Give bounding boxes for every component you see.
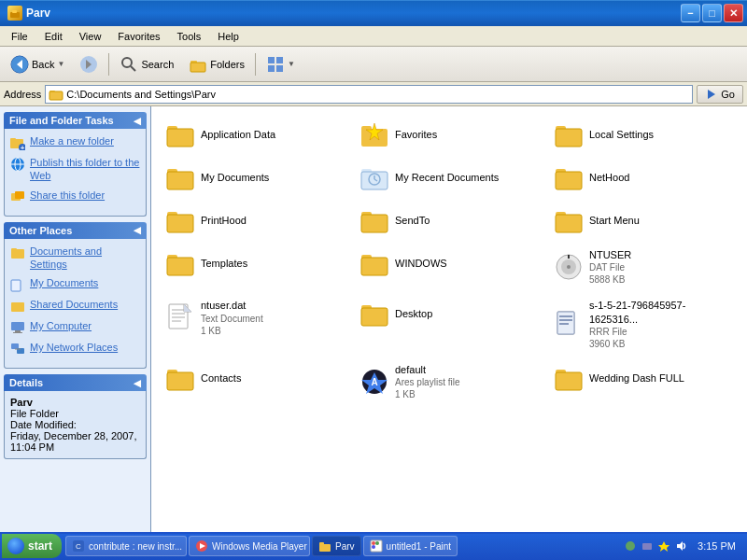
menu-view[interactable]: View [72, 29, 109, 44]
views-button[interactable]: ▼ [260, 50, 302, 78]
file-item[interactable]: PrintHood [161, 202, 349, 239]
contribute-icon: C [72, 539, 85, 553]
share-link[interactable]: Share this folder [10, 189, 140, 204]
file-name: s-1-5-21-796845957-1625316... [589, 299, 733, 326]
menu-edit[interactable]: Edit [37, 29, 70, 44]
menu-tools[interactable]: Tools [170, 29, 209, 44]
file-item[interactable]: NTUSER DAT File5888 KB [549, 245, 738, 289]
file-item[interactable]: Application Data [161, 116, 349, 153]
svg-rect-34 [11, 322, 24, 330]
details-info: Parv File Folder Date Modified: Friday, … [10, 397, 140, 453]
svg-rect-109 [319, 542, 324, 546]
menu-file[interactable]: File [4, 29, 35, 44]
svg-point-112 [375, 541, 379, 545]
svg-rect-28 [15, 191, 24, 199]
svg-rect-93 [559, 319, 572, 321]
file-meta: DAT File5888 KB [589, 261, 631, 286]
window-icon [7, 6, 22, 21]
paint-icon [370, 539, 383, 553]
file-item[interactable]: A default Ares playlist file1 KB [355, 359, 543, 404]
file-name: Start Menu [589, 214, 640, 227]
close-button[interactable]: ✕ [724, 4, 743, 22]
forward-icon [79, 55, 98, 74]
docs-settings-link[interactable]: Documents and Settings [10, 245, 140, 272]
taskbar-label: contribute : new instr... [89, 541, 182, 552]
svg-text:A: A [371, 377, 377, 387]
search-icon [120, 55, 138, 74]
file-item[interactable]: Start Menu [549, 202, 738, 239]
new-folder-link[interactable]: + Make a new folder [10, 134, 140, 150]
file-item[interactable]: Contacts [161, 359, 349, 397]
shared-docs-link[interactable]: Shared Documents [10, 298, 140, 314]
rrr-file-icon [554, 310, 584, 340]
details-header[interactable]: Details ◀ [4, 374, 147, 391]
volume-icon[interactable] [673, 539, 688, 553]
taskbar-item-mediaplayer[interactable]: Windows Media Player [189, 536, 310, 556]
file-info: NetHood [589, 171, 629, 184]
my-computer-link[interactable]: My Computer [10, 319, 140, 335]
publish-link[interactable]: Publish this folder to the Web [10, 156, 140, 183]
folder-icon [359, 248, 389, 278]
back-button[interactable]: Back ▼ [4, 50, 71, 78]
file-item[interactable]: s-1-5-21-796845957-1625316... RRR File39… [549, 295, 738, 354]
svg-point-7 [122, 58, 132, 67]
file-item[interactable]: WINDOWS [355, 245, 543, 282]
file-item[interactable]: NetHood [549, 159, 738, 196]
file-info: SendTo [395, 214, 430, 227]
views-arrow: ▼ [288, 60, 295, 68]
other-places-header[interactable]: Other Places ◀ [4, 222, 147, 239]
file-item[interactable]: Wedding Dash FULL [549, 359, 738, 397]
folder-icon [554, 119, 584, 149]
start-button[interactable]: start [2, 534, 62, 558]
folders-button[interactable]: Folders [182, 50, 251, 78]
title-bar: Parv − □ ✕ [0, 0, 747, 26]
maximize-button[interactable]: □ [702, 4, 722, 22]
tray-icon-2 [640, 539, 655, 553]
my-documents-link[interactable]: My Documents [10, 276, 140, 292]
address-input[interactable] [66, 89, 689, 100]
file-name: NTUSER [589, 248, 631, 261]
folder-icon [359, 299, 389, 329]
svg-point-78 [567, 265, 571, 269]
file-tasks-header[interactable]: File and Folder Tasks ◀ [4, 112, 147, 129]
recent-folder-icon [359, 162, 389, 192]
file-info: s-1-5-21-796845957-1625316... RRR File39… [589, 299, 733, 350]
star-folder-icon [359, 119, 389, 149]
taskbar-item-parv[interactable]: Parv [312, 536, 361, 556]
taskbar-item-paint[interactable]: untitled1 - Paint [363, 536, 458, 556]
address-input-wrap [45, 85, 693, 104]
search-button[interactable]: Search [113, 50, 180, 78]
taskbar-label: untitled1 - Paint [387, 541, 452, 552]
go-button[interactable]: Go [697, 85, 743, 104]
file-item[interactable]: Desktop [355, 295, 543, 332]
file-info: Application Data [201, 128, 275, 141]
views-icon [266, 55, 285, 74]
file-item[interactable]: Favorites [355, 116, 543, 153]
menu-help[interactable]: Help [210, 29, 247, 44]
file-info: default Ares playlist file1 KB [395, 363, 459, 400]
search-label: Search [141, 59, 174, 70]
menu-favorites[interactable]: Favorites [110, 29, 167, 44]
file-area: Application Data Favorites [151, 106, 747, 532]
dat-file-icon [554, 252, 584, 282]
folder-icon [359, 205, 389, 235]
details-type: File Folder [10, 408, 59, 419]
other-places-section: Other Places ◀ Documents and Settings [4, 222, 147, 370]
network-places-link[interactable]: My Network Places [10, 341, 140, 357]
folder-icon [554, 162, 584, 192]
file-item[interactable]: My Recent Documents [355, 159, 543, 196]
file-item[interactable]: Local Settings [549, 116, 738, 153]
taskbar-item-contribute[interactable]: C contribute : new instr... [65, 536, 187, 556]
file-item[interactable]: SendTo [355, 202, 543, 239]
svg-rect-31 [11, 280, 21, 291]
svg-rect-115 [642, 543, 652, 550]
taskbar: start C contribute : new instr... Window… [0, 532, 747, 560]
file-item[interactable]: My Documents [161, 159, 349, 196]
my-computer-icon [10, 320, 25, 335]
start-label: start [28, 539, 52, 553]
file-item[interactable]: ntuser.dat Text Document1 KB [161, 295, 349, 340]
forward-button[interactable] [73, 50, 105, 78]
new-folder-icon: + [10, 135, 25, 150]
minimize-button[interactable]: − [681, 4, 700, 22]
file-item[interactable]: Templates [161, 245, 349, 282]
